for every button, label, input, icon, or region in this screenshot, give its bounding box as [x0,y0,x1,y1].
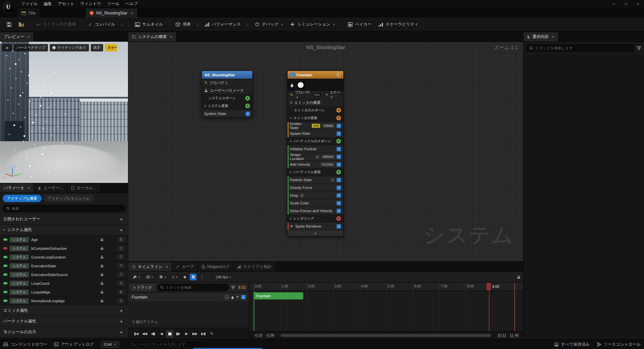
play-button[interactable]: ▶ [183,330,190,338]
fps-dropdown[interactable]: 240 fps ∨ [214,274,233,280]
system-overview-graph[interactable]: NS_ShootingStar ズーム 1:1 システム NS_Shooting… [128,42,523,261]
menu-help[interactable]: ヘルプ [122,0,141,7]
parameter-row-bcompleteoninactive[interactable]: システム bCompleteOnInactive 1 [0,244,128,253]
add-particle-spawn-module-button[interactable]: + [336,139,341,144]
step-forward-fast-button[interactable]: ▶▶ [191,330,199,338]
step-forward-frame-button[interactable]: ▮▶ [174,330,182,338]
minimize-button[interactable]: ─ [608,0,620,7]
stack-filter-icon[interactable] [637,46,641,50]
preview-tab-close-icon[interactable]: × [27,34,30,39]
parameters-tab-close-icon[interactable]: × [27,186,30,191]
module-shape-location[interactable]: Shape Location ● Sphere ✓ [288,153,343,160]
tab-parameters[interactable]: パラメータ × [0,184,34,193]
save-button[interactable] [3,19,15,30]
particle-update-row[interactable]: ▾ パーティクル更新 + [288,168,343,176]
play-reverse-button[interactable]: ◀ [158,330,165,338]
niagara-options-kebab[interactable]: ⋮ [199,274,205,279]
module-checkbox[interactable]: ✓ [337,178,341,182]
add-module-output-button[interactable]: + [118,329,125,336]
module-checkbox[interactable]: ✓ [337,162,341,167]
niagara-sequence-toggle[interactable]: N [190,274,197,280]
debug-button[interactable]: デバッグ ∨ [252,19,287,30]
working-range-end[interactable]: 10.11 [498,333,507,338]
all-saved-button[interactable]: すべて保存済み [554,342,590,347]
add-particle-update-module-button[interactable]: + [336,170,341,174]
timeline-track-area[interactable]: 0.00 1.00 2.00 3.00 4.00 5.00 6.00 7.00 … [250,282,523,339]
collapse-node-button[interactable]: ∧ [288,230,343,236]
thumbnail-button[interactable]: サムネイル [132,19,166,30]
section-emitter-attributes[interactable]: エミッタ属性 + [0,305,128,316]
user-parameters-row[interactable]: ユーザーパラメータ [202,86,252,94]
track-enabled-checkbox[interactable]: ✓ [241,295,246,299]
section-published-users[interactable]: 公開されたユーザー + [0,214,128,225]
timeline-lock-icon[interactable] [517,275,520,279]
playback-start-marker[interactable] [254,291,254,331]
tab-niagara-log[interactable]: Niagaraログ [198,262,234,271]
system-spawn-row[interactable]: システムスポーン + [202,94,252,102]
system-properties-row[interactable]: ✎ プロパティ [202,79,252,86]
add-system-attribute-button[interactable]: + [118,227,125,233]
module-sprite-renderer[interactable]: ☀ Sprite Renderer ✓ [288,222,343,230]
menu-tools[interactable]: ツール [104,0,123,7]
system-update-row[interactable]: ▾ システム更新 + [202,102,252,110]
working-range-start[interactable]: -0.09 [266,333,274,338]
tab-local-modules[interactable]: ローカル… [68,184,101,193]
timeline-ruler[interactable]: 0.00 1.00 2.00 3.00 4.00 5.00 6.00 7.00 … [250,282,523,291]
console-command-input[interactable] [126,341,210,348]
particle-spawn-row[interactable]: ▾ パーティクルのスポーン + [288,137,343,145]
view-range-end[interactable]: 11.45 [510,333,519,338]
source-control-button[interactable]: ソースコントロール [597,342,641,347]
loop-button[interactable]: ↻ [208,330,215,338]
track-renderer-icon[interactable]: ☀ [236,295,239,299]
emitter-properties-row[interactable]: ✎ プロパティ CPU + ステージ [288,91,343,99]
tab-curves[interactable]: カーブ [172,262,198,271]
menu-file[interactable]: ファイル [18,0,41,7]
add-stage-plus-icon[interactable]: + [326,92,328,97]
add-system-update-module-button[interactable]: + [245,104,250,108]
module-checkbox[interactable]: ✓ [337,224,341,229]
lit-mode-button[interactable]: ライティングあり [50,44,89,51]
stack-search-box[interactable] [526,44,634,52]
module-drag[interactable]: Drag ● ✓ [288,191,343,199]
menu-edit[interactable]: 編集 [41,0,55,7]
emitter-update-row[interactable]: ▾ エミッタの更新 + [288,114,343,122]
apply-scratch-button[interactable]: ↩ スクラッチの適用 [34,19,79,30]
selection-tab-close-icon[interactable]: × [552,34,554,39]
performance-options-kebab[interactable]: ⋮ [245,22,251,27]
simulation-button[interactable]: シミュレーション ∨ [287,19,338,30]
track-droplet-icon[interactable] [231,295,234,299]
module-checkbox[interactable]: ✓ [337,209,341,213]
sprite-thumbnail[interactable] [296,81,305,89]
stage-caret-icon[interactable]: ▾ [290,116,292,120]
performance-button[interactable]: パフォーマンス [202,19,244,30]
add-emitter-update-module-button[interactable]: + [336,116,341,120]
jump-to-end-button[interactable]: ▶▮ [200,330,207,338]
section-caret-icon[interactable]: ▾ [3,228,5,232]
fountain-clip[interactable]: Fountain [254,292,303,300]
parameter-row-executionstatesource[interactable]: システム ExecutionStateSource 7 [0,270,128,279]
baker-button[interactable]: ベイカー [345,19,375,30]
parameter-row-age[interactable]: システム Age 5 [0,235,128,244]
fountain-emitter-node[interactable]: ✓ Fountain i ✎ プロパティ CPU + ステージ [287,71,344,236]
add-published-user-button[interactable]: + [118,216,125,223]
current-time-display[interactable]: 9.02 [238,285,246,290]
tab-preview[interactable]: プレビュー × [0,32,34,41]
timeline-tab-close-icon[interactable]: × [166,264,168,269]
parameters-search-box[interactable] [3,205,125,212]
add-system-spawn-module-button[interactable]: + [245,96,250,101]
section-system-attributes[interactable]: ▾ システム属性 + [0,225,128,235]
tab-ns-shootingstar[interactable]: NS_ShootingStar × [86,8,137,17]
playback-end-marker[interactable] [514,282,515,331]
cmd-dropdown[interactable]: Cmd ∨ [101,341,120,348]
timeline-scrollbar[interactable] [281,334,491,337]
section-particle-attributes[interactable]: パーティクル属性 + [0,316,128,327]
add-particle-attribute-button[interactable]: + [118,318,125,325]
show-button[interactable]: 表示 [91,44,103,51]
fountain-node-header[interactable]: ✓ Fountain i [288,71,343,79]
module-gravity-force[interactable]: Gravity Force ✓ [288,184,343,191]
tab-title-level[interactable]: Title [17,8,40,17]
emitter-spawn-row[interactable]: エミッタのスポーン + [288,106,343,114]
playhead-handle[interactable] [486,283,491,290]
module-checkbox[interactable]: ✓ [337,155,341,159]
system-state-row[interactable]: System State ✓ [202,110,252,117]
